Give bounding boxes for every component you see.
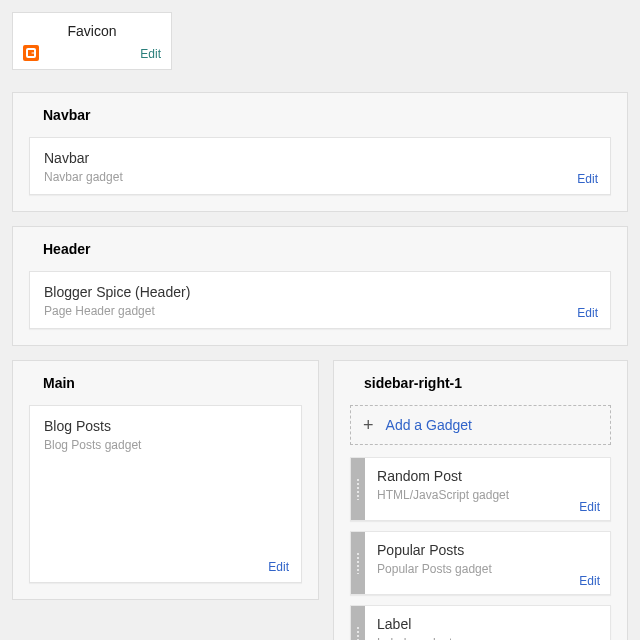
label-gadget-title: Label <box>377 616 598 632</box>
header-gadget-title: Blogger Spice (Header) <box>44 284 596 300</box>
favicon-edit-link[interactable]: Edit <box>140 47 161 61</box>
sidebar-gadget-popular-posts: Popular Posts Popular Posts gadget Edit <box>350 531 611 595</box>
favicon-section: Favicon Edit <box>12 12 172 70</box>
navbar-section-title: Navbar <box>43 107 611 123</box>
header-edit-link[interactable]: Edit <box>577 306 598 320</box>
navbar-gadget-title: Navbar <box>44 150 596 166</box>
blogger-icon <box>23 45 39 61</box>
random-post-sub: HTML/JavaScript gadget <box>377 488 598 502</box>
sidebar-section: sidebar-right-1 + Add a Gadget Random Po… <box>333 360 628 640</box>
sidebar-gadget-label: Label Labels gadget Edit <box>350 605 611 640</box>
header-section: Header Blogger Spice (Header) Page Heade… <box>12 226 628 346</box>
drag-handle-icon[interactable] <box>351 606 365 640</box>
blog-posts-sub: Blog Posts gadget <box>44 438 287 452</box>
blog-posts-gadget: Blog Posts Blog Posts gadget Edit <box>29 405 302 583</box>
add-gadget-label: Add a Gadget <box>386 417 472 433</box>
random-post-title: Random Post <box>377 468 598 484</box>
blog-posts-edit-link[interactable]: Edit <box>268 560 289 574</box>
favicon-title: Favicon <box>23 23 161 39</box>
label-gadget-sub: Labels gadget <box>377 636 598 640</box>
random-post-edit-link[interactable]: Edit <box>579 500 600 514</box>
navbar-gadget: Navbar Navbar gadget Edit <box>29 137 611 195</box>
header-section-title: Header <box>43 241 611 257</box>
blog-posts-title: Blog Posts <box>44 418 287 434</box>
main-section-title: Main <box>43 375 302 391</box>
popular-posts-sub: Popular Posts gadget <box>377 562 598 576</box>
navbar-edit-link[interactable]: Edit <box>577 172 598 186</box>
header-gadget: Blogger Spice (Header) Page Header gadge… <box>29 271 611 329</box>
header-gadget-sub: Page Header gadget <box>44 304 596 318</box>
drag-handle-icon[interactable] <box>351 532 365 594</box>
sidebar-section-title: sidebar-right-1 <box>364 375 611 391</box>
plus-icon: + <box>363 416 374 434</box>
popular-posts-title: Popular Posts <box>377 542 598 558</box>
main-section: Main Blog Posts Blog Posts gadget Edit <box>12 360 319 600</box>
add-gadget-button[interactable]: + Add a Gadget <box>350 405 611 445</box>
drag-handle-icon[interactable] <box>351 458 365 520</box>
popular-posts-edit-link[interactable]: Edit <box>579 574 600 588</box>
sidebar-gadget-random-post: Random Post HTML/JavaScript gadget Edit <box>350 457 611 521</box>
navbar-section: Navbar Navbar Navbar gadget Edit <box>12 92 628 212</box>
navbar-gadget-sub: Navbar gadget <box>44 170 596 184</box>
